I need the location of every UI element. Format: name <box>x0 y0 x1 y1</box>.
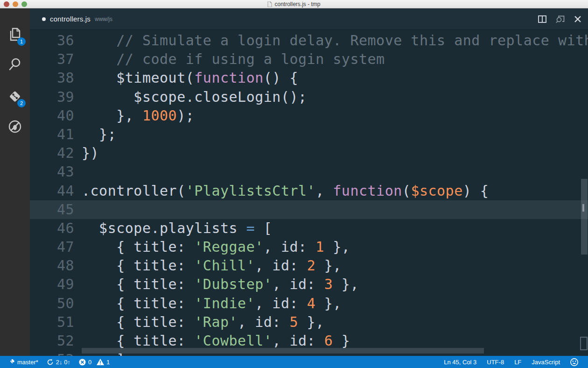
code-text: $scope.closeLogin(); <box>82 88 588 106</box>
line-number: 45 <box>30 200 82 219</box>
code-line[interactable]: 37 // code if using a login system <box>30 50 588 69</box>
code-text: { title: 'Dubstep', id: 3 }, <box>82 275 588 294</box>
code-text: // code if using a login system <box>82 50 588 69</box>
line-number: 51 <box>30 313 82 332</box>
encoding-status[interactable]: UTF-8 <box>482 356 509 368</box>
code-line[interactable]: 44.controller('PlaylistsCtrl', function(… <box>30 182 588 200</box>
split-editor-button[interactable] <box>538 14 547 24</box>
window-title: controllers.js - tmp <box>0 0 588 8</box>
activity-bar: 1 2 <box>0 8 30 356</box>
tab-bar: controllers.js www/js <box>30 8 588 30</box>
code-line[interactable]: 39 $scope.closeLogin(); <box>30 88 588 106</box>
code-editor[interactable]: 36 // Simulate a login delay. Remove thi… <box>30 30 588 356</box>
branch-name: master* <box>17 359 38 366</box>
feedback-button[interactable] <box>565 356 583 368</box>
cursor-position-status[interactable]: Ln 45, Col 3 <box>439 356 482 368</box>
eol-status[interactable]: LF <box>509 356 526 368</box>
line-number: 47 <box>30 238 82 256</box>
vscode-window: controllers.js - tmp 1 2 <box>0 0 588 368</box>
code-text: { title: 'Indie', id: 4 }, <box>82 294 588 313</box>
code-line[interactable]: 47 { title: 'Reggae', id: 1 }, <box>30 238 588 256</box>
git-branch-status[interactable]: master* <box>5 356 42 368</box>
code-text: { title: 'Rap', id: 5 }, <box>82 313 588 332</box>
sidebar-item-explorer[interactable]: 1 <box>0 20 30 50</box>
sync-icon <box>47 359 54 366</box>
sidebar-item-source-control[interactable]: 2 <box>0 81 30 111</box>
sync-counts: 2↓ 0↑ <box>56 359 70 366</box>
code-line[interactable]: 40 }, 1000); <box>30 106 588 125</box>
code-line[interactable]: 41 }; <box>30 125 588 144</box>
line-number: 49 <box>30 275 82 294</box>
line-number: 52 <box>30 332 82 350</box>
code-line[interactable]: 50 { title: 'Indie', id: 4 }, <box>30 294 588 313</box>
split-editor-icon <box>538 15 546 23</box>
line-number: 36 <box>30 31 82 50</box>
source-control-badge: 2 <box>17 99 26 107</box>
problems-status[interactable]: 0 1 <box>75 356 114 368</box>
line-number: 38 <box>30 69 82 87</box>
sidebar-item-search[interactable] <box>0 50 30 79</box>
line-number: 37 <box>30 50 82 69</box>
line-number: 42 <box>30 144 82 163</box>
vertical-scrollbar[interactable] <box>581 179 588 255</box>
window-title-text: controllers.js - tmp <box>274 1 320 7</box>
code-text <box>82 200 588 219</box>
scrollbar-corner <box>580 337 588 350</box>
code-line[interactable]: 43 <box>30 163 588 181</box>
code-line[interactable]: 45 <box>30 200 588 219</box>
code-text: // Simulate a login delay. Remove this a… <box>82 31 588 50</box>
search-icon <box>7 57 23 72</box>
smiley-icon <box>570 358 578 366</box>
code-text: }; <box>82 125 588 144</box>
titlebar: controllers.js - tmp <box>0 0 588 8</box>
code-line[interactable]: 42}) <box>30 144 588 163</box>
close-tab-button[interactable] <box>573 14 582 24</box>
warning-count: 1 <box>106 359 110 366</box>
code-text: { title: 'Reggae', id: 1 }, <box>82 238 588 256</box>
line-number: 44 <box>30 182 82 200</box>
modified-dot-icon <box>42 17 46 21</box>
line-number: 48 <box>30 256 82 275</box>
tab-controllers-js[interactable]: controllers.js www/js <box>42 15 112 23</box>
code-line[interactable]: 49 { title: 'Dubstep', id: 3 }, <box>30 275 588 294</box>
code-text: }, 1000); <box>82 106 588 125</box>
code-line[interactable]: 38 $timeout(function() { <box>30 69 588 87</box>
code-line[interactable]: 48 { title: 'Chill', id: 2 }, <box>30 256 588 275</box>
preview-button[interactable] <box>555 14 565 24</box>
line-number: 46 <box>30 219 82 238</box>
document-icon <box>267 1 272 7</box>
code-text: $scope.playlists = [ <box>82 219 588 238</box>
preview-search-icon <box>556 15 565 23</box>
explorer-badge: 1 <box>17 37 26 46</box>
debug-icon <box>7 119 23 134</box>
line-number: 39 <box>30 88 82 106</box>
code-lines: 36 // Simulate a login delay. Remove thi… <box>30 31 588 356</box>
sync-status[interactable]: 2↓ 0↑ <box>42 356 75 368</box>
code-text: $timeout(function() { <box>82 69 588 87</box>
line-number: 50 <box>30 294 82 313</box>
status-bar: master* 2↓ 0↑ 0 <box>0 356 588 368</box>
code-text: { title: 'Chill', id: 2 }, <box>82 256 588 275</box>
language-mode-status[interactable]: JavaScript <box>526 356 565 368</box>
code-text: }) <box>82 144 588 163</box>
error-icon <box>79 359 86 366</box>
overview-cursor-marker <box>582 204 584 212</box>
code-text: .controller('PlaylistsCtrl', function($s… <box>82 182 588 200</box>
close-icon <box>574 16 581 22</box>
line-number: 43 <box>30 163 82 181</box>
warning-icon <box>97 359 104 365</box>
line-number: 40 <box>30 106 82 125</box>
code-line[interactable]: 46 $scope.playlists = [ <box>30 219 588 238</box>
tab-label: controllers.js <box>50 15 91 23</box>
horizontal-scrollbar[interactable] <box>82 348 484 354</box>
code-line[interactable]: 51 { title: 'Rap', id: 5 }, <box>30 313 588 332</box>
code-text <box>82 163 588 181</box>
error-count: 0 <box>88 359 91 366</box>
code-line[interactable]: 36 // Simulate a login delay. Remove thi… <box>30 31 588 50</box>
sidebar-item-debug[interactable] <box>0 112 30 142</box>
editor-actions <box>538 8 582 30</box>
git-branch-icon <box>9 359 15 366</box>
line-number: 53 <box>30 350 82 356</box>
tab-path-hint: www/js <box>95 16 112 22</box>
line-number: 41 <box>30 125 82 144</box>
